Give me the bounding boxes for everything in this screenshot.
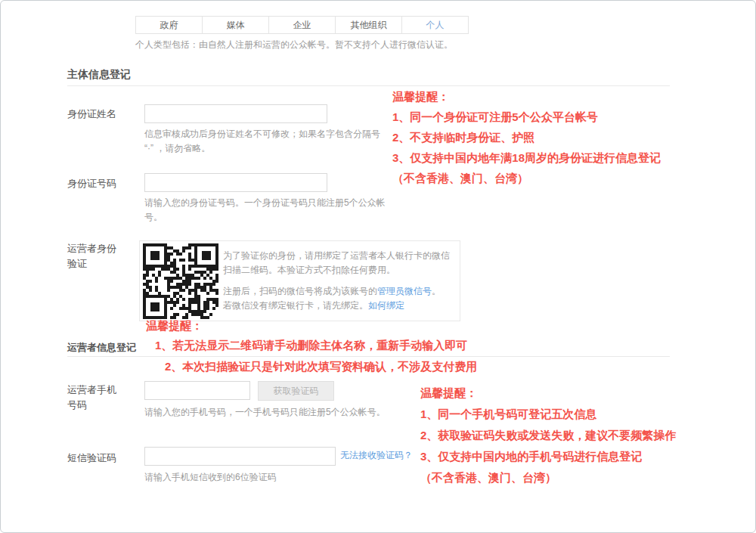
reminder2-line: 2、本次扫描验证只是针对此次填写资料确认，不涉及支付费用: [165, 360, 477, 374]
id-number-input[interactable]: [144, 173, 327, 192]
phone-label: 运营者手机 号码: [67, 383, 143, 413]
phone-label-line1: 运营者手机: [67, 384, 116, 395]
sms-code-label: 短信验证码: [67, 451, 143, 466]
phone-label-line2: 号码: [67, 399, 87, 411]
verify-para2-text: 注册后，扫码的微信号将成为该账号的: [223, 286, 377, 296]
get-verification-code-button[interactable]: 获取验证码: [258, 381, 334, 401]
reminder2-title: 温馨提醒：: [146, 319, 203, 333]
id-number-label: 身份证号码: [67, 176, 143, 191]
verify-para2-suffix: 。: [432, 286, 441, 296]
verify-para1: 为了验证你的身份，请用绑定了运营者本人银行卡的微信扫描二维码。本验证方式不扣除任…: [223, 249, 454, 277]
tab-government[interactable]: 政府: [135, 16, 203, 34]
operator-section-divider: [67, 356, 670, 357]
reminder1-line: 1、同一个身份证可注册5个公众平台帐号: [392, 110, 598, 125]
subject-section-title: 主体信息登记: [67, 68, 131, 82]
how-to-bind-link[interactable]: 如何绑定: [368, 300, 404, 311]
id-number-help: 请输入您的身份证号码。一个身份证号码只能注册5个公众帐号。: [144, 196, 388, 225]
identity-verify-box: 为了验证你的身份，请用绑定了运营者本人银行卡的微信扫描二维码。本验证方式不扣除任…: [139, 240, 460, 321]
reminder1-line: （不含香港、澳门、台湾）: [392, 172, 528, 186]
operator-section-title: 运营者信息登记: [67, 341, 136, 355]
reminder3-line: 1、同一个手机号码可登记五次信息: [420, 407, 596, 422]
reminder1-title: 温馨提醒：: [392, 90, 449, 104]
verify-para2: 注册后，扫码的微信号将成为该账号的管理员微信号。若微信没有绑定银行卡，请先绑定。…: [223, 284, 454, 313]
id-name-label: 身份证姓名: [67, 107, 143, 122]
phone-input[interactable]: [144, 381, 250, 400]
phone-help: 请输入您的手机号码，一个手机号码只能注册5个公众帐号。: [144, 405, 388, 420]
registration-page: 政府 媒体 企业 其他组织 个人 个人类型包括：由自然人注册和运营的公众帐号。暂…: [0, 0, 756, 533]
reminder3-line: 3、仅支持中国内地的手机号码进行信息登记: [420, 450, 642, 464]
tab-enterprise[interactable]: 企业: [268, 16, 336, 34]
id-name-input[interactable]: [144, 104, 327, 123]
cannot-receive-code-link[interactable]: 无法接收验证码？: [340, 449, 413, 462]
identity-verify-label: 运营者身份 验证: [67, 241, 143, 271]
tab-personal[interactable]: 个人: [401, 16, 469, 34]
verify-para3-text: 若微信没有绑定银行卡，请先绑定。: [223, 300, 368, 311]
reminder1-line: 3、仅支持中国内地年满18周岁的身份证进行信息登记: [392, 151, 661, 166]
sms-code-input[interactable]: [144, 447, 336, 466]
tabs-caption: 个人类型包括：由自然人注册和运营的公众帐号。暂不支持个人进行微信认证。: [135, 39, 453, 51]
tab-media[interactable]: 媒体: [202, 16, 269, 34]
identity-verify-label-line2: 验证: [67, 258, 87, 269]
subject-section-divider: [67, 85, 670, 86]
identity-verify-description: 为了验证你的身份，请用绑定了运营者本人银行卡的微信扫描二维码。本验证方式不扣除任…: [223, 249, 454, 313]
reminder1-line: 2、不支持临时身份证、护照: [392, 131, 534, 145]
qr-code: [143, 243, 218, 319]
id-name-help: 信息审核成功后身份证姓名不可修改；如果名字包含分隔号 “·” ，请勿省略。: [144, 127, 388, 156]
admin-wechat-link[interactable]: 管理员微信号: [377, 286, 432, 296]
reminder3-line: （不含香港、澳门、台湾）: [420, 471, 556, 485]
reminder3-line: 2、获取验证码失败或发送失败，建议不要频繁操作: [420, 429, 676, 443]
reminder2-line: 1、若无法显示二维码请手动删除主体名称，重新手动输入即可: [155, 339, 467, 353]
sms-code-help: 请输入手机短信收到的6位验证码: [144, 470, 277, 485]
account-type-tabs: 政府 媒体 企业 其他组织 个人: [135, 16, 469, 34]
tab-other-organization[interactable]: 其他组织: [335, 16, 402, 34]
reminder3-title: 温馨提醒：: [420, 386, 477, 401]
identity-verify-label-line1: 运营者身份: [67, 243, 116, 254]
